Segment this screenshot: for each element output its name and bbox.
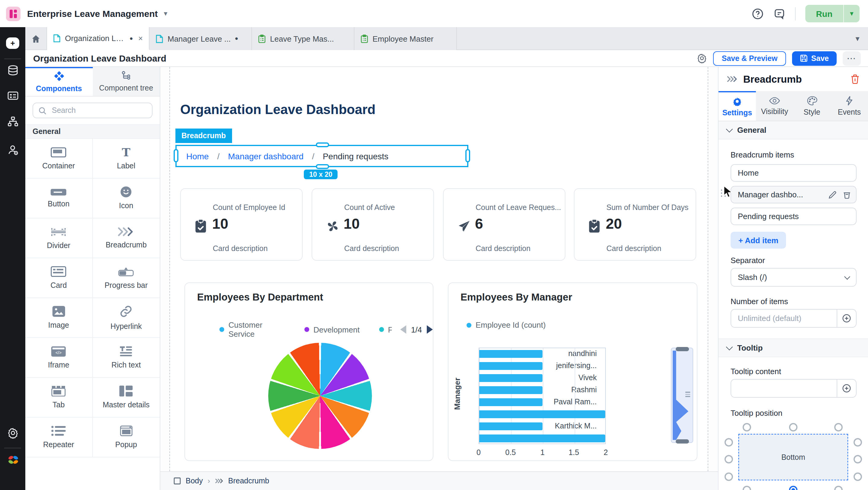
scroller-grip[interactable] [685,392,690,397]
scroller-handle-top[interactable] [675,347,689,351]
settings-gear-icon[interactable] [7,427,19,439]
component-container[interactable]: Container [25,139,93,179]
stat-card-number-of-days[interactable]: Sum of Number Of Days 20 Card descriptio… [574,188,696,261]
component-search[interactable] [33,103,153,118]
tab-manager-leave[interactable]: Manager Leave ... • [150,27,252,50]
path-item-body[interactable]: Body [186,477,203,485]
tab-components[interactable]: Components [25,67,93,96]
bar[interactable] [479,362,542,370]
bar-chart-card[interactable]: Employees By Manager Employee Id (count)… [448,282,698,461]
tab-events[interactable]: Events [831,91,868,121]
rail-add-button[interactable]: + [6,37,19,49]
number-of-items-input[interactable] [731,310,837,327]
database-icon[interactable] [7,64,19,76]
add-item-button[interactable]: + Add item [731,232,786,249]
breadcrumb-link[interactable]: Home [186,151,209,161]
radio-top-left[interactable] [743,423,751,431]
bar[interactable] [479,398,542,406]
bar[interactable] [479,350,542,358]
bar[interactable] [479,410,605,418]
chart-range-scroller[interactable] [671,348,693,443]
design-canvas[interactable]: Organization Leave Dashboard Breadcrumb … [169,67,708,471]
breadcrumb-link[interactable]: Manager dashboard [228,151,304,161]
save-button[interactable]: Save [792,51,837,65]
section-tooltip-header[interactable]: Tooltip [718,339,868,357]
bar[interactable] [479,374,542,382]
close-tab-icon[interactable]: × [138,34,143,43]
breadcrumb-item-input-2[interactable] [731,208,857,225]
forms-icon[interactable] [7,90,19,102]
home-tab[interactable] [25,27,47,50]
app-logo-icon[interactable] [6,6,21,21]
legend-item-truncated[interactable]: F [388,325,392,334]
radio-bottom-center-selected[interactable] [789,486,798,490]
tab-visibility[interactable]: Visibility [756,91,793,121]
radio-bottom-right[interactable] [834,486,843,490]
bar[interactable] [479,423,542,430]
run-options-chevron-icon[interactable]: ▼ [844,10,860,17]
stat-card-active-count[interactable]: Count of Active 10 Card description [312,188,434,261]
component-icon[interactable]: Icon [93,179,160,219]
path-item-breadcrumb[interactable]: Breadcrumb [228,477,269,485]
legend-item[interactable]: Employee Id (count) [475,320,546,329]
tab-component-tree[interactable]: Component tree [93,67,160,96]
component-divider[interactable]: Divider [25,219,93,258]
breadcrumb-component[interactable]: Home / Manager dashboard / Pending reque… [176,145,468,167]
resize-handle-right[interactable] [465,149,470,162]
legend-item[interactable]: Development [313,325,360,334]
feedback-icon[interactable] [773,7,785,20]
component-label[interactable]: T Label [93,139,160,179]
edit-pencil-icon[interactable] [828,191,837,199]
run-button[interactable]: Run [805,9,843,19]
page-settings-gear-icon[interactable] [697,53,707,63]
component-master-details[interactable]: Master details [93,378,160,417]
save-preview-button[interactable]: Save & Preview [713,51,786,65]
bar[interactable] [479,434,605,442]
tab-employee-master[interactable]: Employee Master [354,27,457,50]
more-actions-button[interactable]: ··· [843,51,861,65]
app-title-caret-icon[interactable]: ▼ [163,10,169,17]
resize-handle-bottom[interactable] [316,164,329,169]
stat-card-leave-requests[interactable]: Count of Leave Reques... 6 Card descript… [443,188,565,261]
radio-left-bottom[interactable] [724,472,733,481]
remove-item-icon[interactable] [843,191,851,199]
component-progress-bar[interactable]: Progress bar [93,258,160,298]
tab-settings[interactable]: Settings [718,91,756,121]
radio-right-top[interactable] [854,438,862,446]
bar[interactable] [479,386,542,394]
breadcrumb-item-row-1[interactable]: Manager dashbo... [731,186,857,203]
component-hyperlink[interactable]: Hyperlink [93,298,160,338]
radio-left-top[interactable] [724,438,733,446]
radio-bottom-left[interactable] [743,486,751,490]
component-rich-text[interactable]: Rich text [93,338,160,378]
section-general-header[interactable]: General [718,121,868,139]
legend-item[interactable]: Customer Service [228,320,285,339]
help-icon[interactable] [752,7,764,20]
radio-top-center[interactable] [789,423,798,431]
scroller-handle-bottom[interactable] [675,439,689,443]
component-tab[interactable]: Tab [25,378,93,417]
resize-handle-left[interactable] [174,149,179,162]
resize-handle-top[interactable] [316,142,329,147]
tab-leave-type-master[interactable]: Leave Type Mas... [252,27,354,50]
component-repeater[interactable]: Repeater [25,417,93,457]
component-image[interactable]: Image [25,298,93,338]
section-general[interactable]: General [25,124,160,139]
delete-component-icon[interactable] [850,74,860,84]
radio-right-middle[interactable] [854,455,862,463]
radio-right-bottom[interactable] [854,472,862,481]
breadcrumb-item-input-0[interactable] [731,164,857,182]
users-icon[interactable] [7,144,19,156]
pie-chart-card[interactable]: Employees By Department Customer Service… [184,282,433,461]
workflow-icon[interactable] [7,116,19,127]
component-iframe[interactable]: </> Iframe [25,338,93,378]
tab-overflow-chevron-icon[interactable]: ▼ [847,35,868,42]
zoho-logo-icon[interactable] [7,454,19,465]
legend-next-icon[interactable] [427,325,433,334]
search-input[interactable] [51,106,135,115]
radio-left-middle[interactable] [724,455,733,463]
tab-organization-leave[interactable]: Organization Le... • × [47,27,150,50]
pie-chart[interactable] [268,343,372,449]
separator-select[interactable]: Slash (/) [731,268,857,287]
component-card[interactable]: Card [25,258,93,298]
